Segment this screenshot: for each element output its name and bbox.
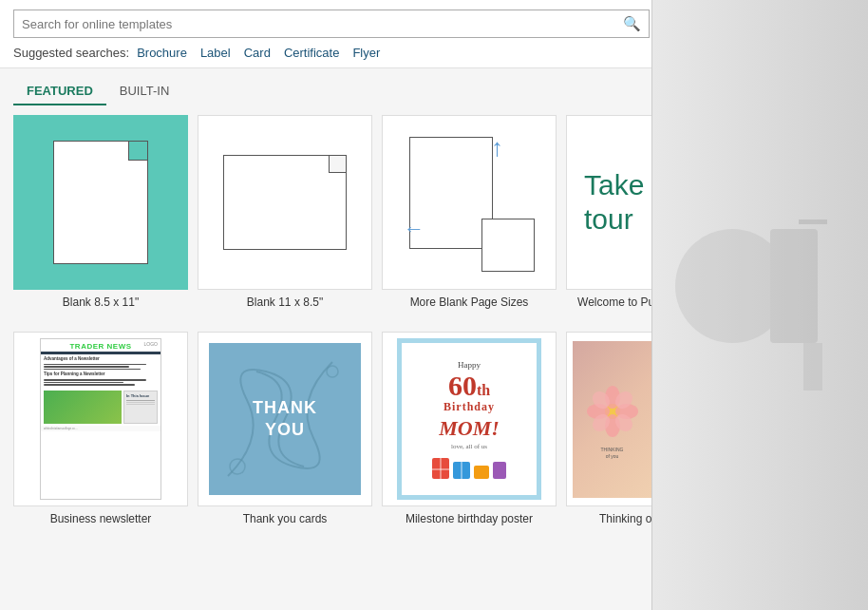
template-thumb-blank-letter bbox=[13, 115, 188, 290]
suggested-certificate[interactable]: Certificate bbox=[284, 46, 340, 60]
arrow-left-icon: ← bbox=[404, 217, 425, 241]
template-thumb-newsletter: TRADER NEWS LOGO Advantages of a Newslet… bbox=[13, 332, 188, 506]
svg-rect-21 bbox=[803, 343, 822, 391]
template-label-blank-landscape: Blank 11 x 8.5" bbox=[247, 295, 323, 309]
template-label-newsletter: Business newsletter bbox=[50, 512, 152, 525]
template-blank-letter[interactable]: Blank 8.5 x 11" bbox=[13, 115, 188, 322]
template-newsletter[interactable]: TRADER NEWS LOGO Advantages of a Newslet… bbox=[13, 332, 188, 525]
template-thumb-more-blank: ↑ ← bbox=[382, 115, 557, 290]
right-panel bbox=[651, 0, 868, 610]
blank-landscape-paper bbox=[223, 155, 347, 250]
template-label-more-blank: More Blank Page Sizes bbox=[410, 295, 529, 309]
svg-point-1 bbox=[327, 366, 338, 377]
arrow-up-icon: ↑ bbox=[491, 133, 503, 162]
tab-builtin[interactable]: BUILT-IN bbox=[106, 78, 183, 105]
search-box[interactable]: 🔍 bbox=[13, 10, 650, 38]
template-label-blank-letter: Blank 8.5 x 11" bbox=[63, 295, 139, 309]
suggested-brochure[interactable]: Brochure bbox=[137, 46, 187, 60]
suggested-flyer[interactable]: Flyer bbox=[352, 46, 380, 60]
template-thumb-thankyou: THANKYOU bbox=[198, 332, 372, 506]
template-label-thankyou: Thank you cards bbox=[243, 512, 328, 525]
template-blank-landscape[interactable]: Blank 11 x 8.5" bbox=[198, 115, 372, 322]
search-icon: 🔍 bbox=[623, 15, 641, 31]
suggested-card[interactable]: Card bbox=[244, 46, 271, 60]
tab-featured[interactable]: FEATURED bbox=[13, 78, 106, 105]
template-birthday[interactable]: Happy 60th Birthday MOM! love, all of us bbox=[382, 332, 557, 525]
svg-rect-20 bbox=[799, 219, 827, 224]
template-more-blank[interactable]: ↑ ← More Blank Page Sizes bbox=[382, 115, 557, 322]
search-button[interactable]: 🔍 bbox=[623, 15, 641, 32]
suggested-label-link[interactable]: Label bbox=[200, 46, 231, 60]
template-label-birthday: Milestone birthday poster bbox=[406, 512, 533, 525]
suggested-label: Suggested searches: bbox=[13, 46, 129, 60]
blank-letter-paper bbox=[53, 141, 148, 264]
svg-rect-19 bbox=[770, 229, 818, 343]
template-thumb-blank-landscape bbox=[198, 115, 372, 290]
search-input[interactable] bbox=[22, 17, 623, 31]
template-thankyou[interactable]: THANKYOU Thank you cards bbox=[198, 332, 372, 525]
template-thumb-birthday: Happy 60th Birthday MOM! love, all of us bbox=[382, 332, 557, 506]
